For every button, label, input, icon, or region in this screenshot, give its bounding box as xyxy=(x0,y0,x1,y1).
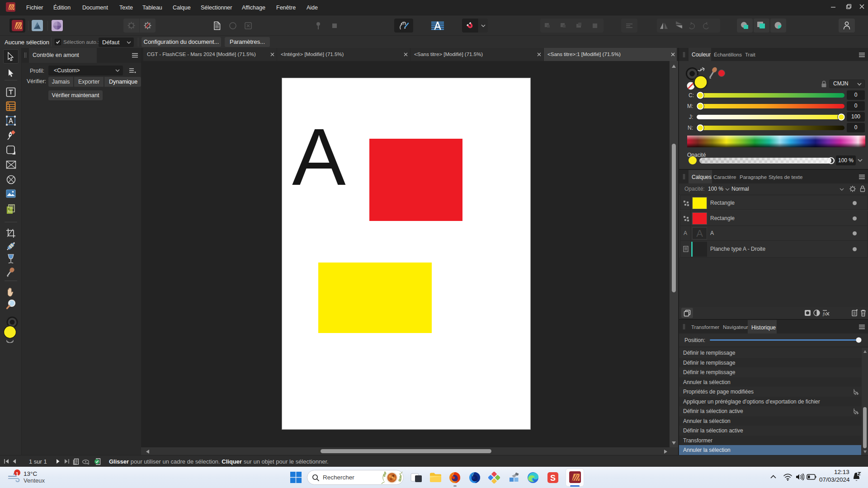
svg-text:fx: fx xyxy=(823,311,826,316)
svg-text:S: S xyxy=(550,474,556,483)
